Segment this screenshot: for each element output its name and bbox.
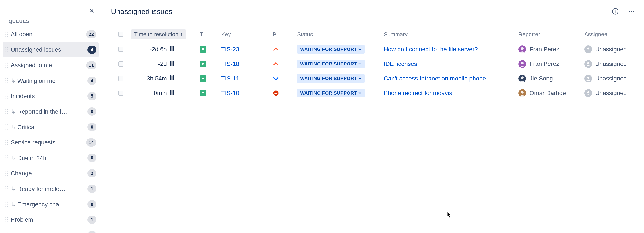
sidebar-queue-item[interactable]: Unassigned issues4 [3, 42, 98, 58]
col-header-assignee[interactable]: Assignee [584, 31, 639, 38]
drag-handle-icon[interactable] [3, 32, 11, 37]
child-indent-icon: ↳ [11, 201, 17, 208]
table-row[interactable]: -3h 54mTIS-11WAITING FOR SUPPORTCan't ac… [111, 71, 644, 86]
drag-handle-icon[interactable] [3, 78, 11, 83]
queue-item-label: ↳ Critical [11, 124, 88, 131]
sidebar: QUEUES All open22Unassigned issues4Assig… [0, 0, 102, 233]
status-badge[interactable]: WAITING FOR SUPPORT [297, 45, 365, 54]
row-checkbox[interactable] [118, 47, 124, 52]
sidebar-queue-item[interactable]: ↳ Reported in the l…0 [3, 104, 98, 119]
queue-item-count: 14 [86, 138, 96, 147]
queue-item-label: Unassigned issues [11, 46, 88, 53]
sidebar-queue-item[interactable]: ↳ Emergency cha…0 [3, 196, 98, 212]
child-indent-icon: ↳ [11, 124, 17, 130]
drag-handle-icon[interactable] [3, 124, 11, 130]
issue-key-link[interactable]: TIS-11 [221, 75, 239, 82]
issue-summary-link[interactable]: How do I connect to the file server? [384, 46, 478, 53]
drag-handle-icon[interactable] [3, 109, 11, 114]
unassigned-avatar-icon [584, 75, 592, 82]
issue-key-link[interactable]: TIS-23 [221, 46, 239, 53]
reporter-avatar [518, 75, 526, 82]
svg-point-3 [7, 34, 8, 35]
sidebar-queue-item[interactable]: Incidents5 [3, 88, 98, 104]
svg-point-104 [588, 77, 589, 79]
queue-item-count: 4 [88, 77, 96, 85]
sidebar-queue-item[interactable]: Problem1 [3, 212, 98, 227]
queue-item-label: ↳ Waiting on me [11, 77, 88, 84]
sidebar-queue-item[interactable]: Service requests14 [3, 135, 98, 150]
svg-point-87 [629, 11, 630, 12]
svg-point-72 [5, 217, 6, 218]
drag-handle-icon[interactable] [3, 140, 11, 145]
queue-item-label: ↳ Completed last … [11, 232, 88, 233]
svg-point-47 [7, 144, 8, 145]
sidebar-queue-item[interactable]: ↳ Ready for imple…1 [3, 181, 98, 196]
info-button[interactable] [611, 7, 620, 16]
select-all-checkbox[interactable] [118, 32, 124, 37]
status-badge[interactable]: WAITING FOR SUPPORT [297, 74, 365, 83]
table-row[interactable]: 0minTIS-10WAITING FOR SUPPORTPhone redir… [111, 86, 644, 100]
col-header-time: Time to resolution ↑ [129, 29, 200, 39]
svg-point-77 [7, 221, 8, 222]
issue-key-link[interactable]: TIS-18 [221, 61, 239, 67]
queue-item-count: 0 [88, 107, 96, 116]
time-to-resolution: -2d [129, 61, 200, 67]
assignee-name: Unassigned [595, 75, 627, 82]
priority-icon [273, 90, 279, 96]
col-header-type[interactable]: T [200, 31, 221, 38]
queue-item-count: 0 [88, 231, 96, 233]
col-header-key[interactable]: Key [221, 31, 273, 38]
row-checkbox[interactable] [118, 76, 124, 81]
svg-point-8 [5, 49, 6, 50]
sidebar-queue-item[interactable]: Change2 [3, 166, 98, 181]
svg-point-54 [5, 171, 6, 172]
row-checkbox[interactable] [118, 61, 124, 67]
col-header-status[interactable]: Status [297, 31, 384, 38]
status-badge[interactable]: WAITING FOR SUPPORT [297, 60, 365, 68]
sidebar-queue-item[interactable]: ↳ Completed last …0 [3, 227, 98, 233]
drag-handle-icon[interactable] [3, 217, 11, 222]
assignee-name: Unassigned [595, 61, 627, 67]
sidebar-queue-item[interactable]: ↳ Waiting on me4 [3, 73, 98, 88]
sidebar-queue-item[interactable]: Assigned to me11 [3, 58, 98, 73]
close-icon [89, 8, 94, 14]
svg-point-7 [7, 47, 8, 48]
issue-summary-link[interactable]: Can't access Intranet on mobile phone [384, 75, 486, 82]
col-header-priority[interactable]: P [273, 31, 297, 38]
svg-point-20 [5, 80, 6, 81]
svg-point-64 [5, 190, 6, 192]
sidebar-queue-item[interactable]: All open22 [3, 27, 98, 42]
drag-handle-icon[interactable] [3, 201, 11, 207]
sidebar-queue-item[interactable]: ↳ Critical0 [3, 119, 98, 135]
drag-handle-icon[interactable] [3, 62, 11, 68]
col-header-reporter[interactable]: Reporter [518, 31, 584, 38]
child-indent-icon: ↳ [11, 108, 17, 115]
drag-handle-icon[interactable] [3, 171, 11, 176]
drag-handle-icon[interactable] [3, 155, 11, 161]
sort-time-button[interactable]: Time to resolution ↑ [131, 29, 186, 39]
issue-key-link[interactable]: TIS-10 [221, 90, 239, 97]
svg-point-103 [521, 76, 524, 79]
sidebar-queue-item[interactable]: ↳ Due in 24h0 [3, 150, 98, 166]
drag-handle-icon[interactable] [3, 47, 11, 53]
drag-handle-icon[interactable] [3, 93, 11, 99]
svg-rect-95 [170, 61, 172, 66]
svg-point-89 [633, 11, 634, 12]
more-actions-button[interactable] [627, 7, 636, 16]
status-badge[interactable]: WAITING FOR SUPPORT [297, 89, 365, 97]
close-sidebar-button[interactable] [88, 7, 96, 15]
svg-point-45 [7, 142, 8, 143]
table-row[interactable]: -2d 6hTIS-23WAITING FOR SUPPORTHow do I … [111, 42, 644, 57]
more-horizontal-icon [628, 8, 635, 15]
row-checkbox[interactable] [118, 91, 124, 96]
queue-item-count: 4 [88, 46, 96, 54]
child-indent-icon: ↳ [11, 77, 17, 84]
issue-summary-link[interactable]: Phone redirect for mdavis [384, 90, 452, 97]
queue-item-label: Change [11, 170, 88, 177]
queue-item-label: Service requests [11, 139, 86, 146]
svg-rect-96 [172, 61, 174, 66]
table-row[interactable]: -2dTIS-18WAITING FOR SUPPORTIDE licenses… [111, 57, 644, 71]
col-header-summary[interactable]: Summary [384, 31, 518, 38]
drag-handle-icon[interactable] [3, 186, 11, 192]
issue-summary-link[interactable]: IDE licenses [384, 61, 417, 67]
